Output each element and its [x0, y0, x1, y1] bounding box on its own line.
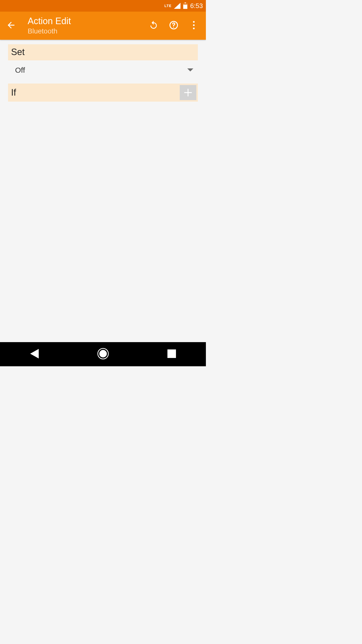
- titles: Action Edit Bluetooth: [20, 16, 144, 35]
- add-condition-button[interactable]: [180, 85, 196, 100]
- nav-back-icon: [30, 349, 39, 359]
- svg-point-7: [193, 28, 195, 29]
- signal-icon: [174, 3, 180, 9]
- back-arrow-icon: [6, 20, 16, 31]
- status-bar: LTE 6:53: [0, 0, 206, 12]
- undo-button[interactable]: [144, 16, 164, 36]
- system-nav-bar: [0, 342, 206, 366]
- page-subtitle: Bluetooth: [28, 27, 144, 35]
- nav-home-button[interactable]: [88, 342, 118, 366]
- svg-rect-2: [183, 5, 187, 9]
- page-title: Action Edit: [28, 16, 144, 26]
- help-button[interactable]: [164, 16, 184, 36]
- svg-point-6: [193, 24, 195, 26]
- plus-icon: [183, 88, 193, 98]
- overflow-menu-button[interactable]: [184, 16, 204, 36]
- section-if-label: If: [11, 87, 16, 98]
- section-header-if: If: [8, 84, 198, 102]
- dropdown-icon: [187, 68, 193, 72]
- content-area: Set Off If: [0, 40, 206, 342]
- status-time: 6:53: [190, 2, 203, 10]
- network-lte-label: LTE: [164, 4, 171, 8]
- nav-back-button[interactable]: [19, 342, 50, 366]
- more-vert-icon: [193, 21, 195, 30]
- undo-icon: [149, 20, 158, 31]
- help-icon: [169, 20, 179, 31]
- svg-point-5: [193, 21, 195, 23]
- nav-recent-icon: [167, 349, 176, 359]
- nav-home-icon: [97, 348, 109, 360]
- back-button[interactable]: [2, 17, 20, 35]
- battery-icon: [183, 3, 188, 9]
- set-spinner-value: Off: [15, 66, 25, 74]
- action-bar: Action Edit Bluetooth: [0, 12, 206, 40]
- section-set-label: Set: [11, 47, 25, 57]
- section-header-set: Set: [8, 44, 198, 60]
- nav-recent-button[interactable]: [157, 342, 187, 366]
- svg-point-9: [99, 350, 107, 357]
- action-icons: [144, 16, 204, 36]
- svg-point-4: [173, 27, 174, 28]
- set-spinner[interactable]: Off: [8, 60, 198, 82]
- svg-rect-10: [167, 349, 176, 358]
